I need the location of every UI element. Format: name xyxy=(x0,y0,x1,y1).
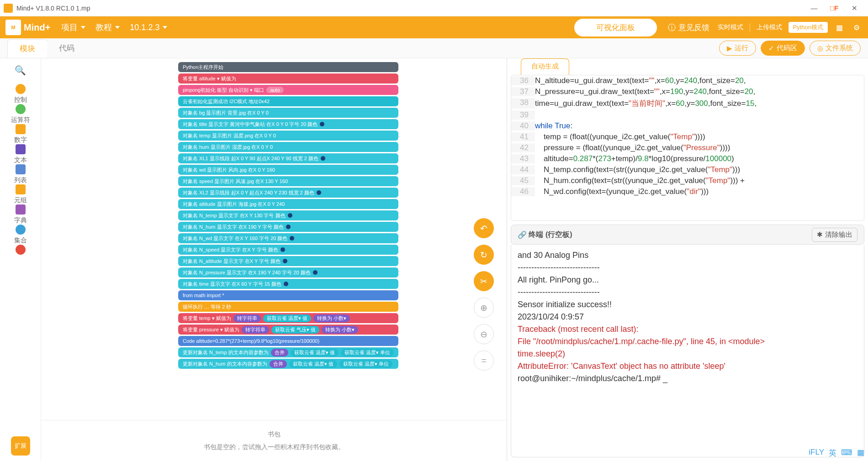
center-button[interactable]: = xyxy=(474,351,494,371)
terminal-line: 2023/10/24 0:9:57 xyxy=(518,311,857,323)
category-7[interactable]: 集合 xyxy=(11,225,30,245)
terminal-line: ------------------------------ xyxy=(518,286,857,299)
terminal-line: ------------------------------ xyxy=(518,262,857,274)
category-label: 文本 xyxy=(14,156,27,164)
app-icon xyxy=(4,4,13,13)
block-10[interactable]: 对象名 speed 显示图片 风速.jpg 在X 130 Y 160 xyxy=(178,176,398,186)
code-line: 41 temp = (float((yunque_i2c.get_value("… xyxy=(511,131,864,142)
menu-tutorial[interactable]: 教程 xyxy=(95,22,120,33)
block-26[interactable]: 更新对象名 N_hum 的文本内容参数为合并获取云雀 温度▾ 值获取云雀 温度▾… xyxy=(178,359,398,369)
category-6[interactable]: 字典 xyxy=(11,204,30,225)
block-17[interactable]: 对象名 N_altitude 显示文字 在X Y 字号 颜色 xyxy=(178,256,398,266)
ifly-icon[interactable]: iFLY xyxy=(809,448,824,458)
block-8[interactable]: 对象名 XL1 显示线段 起X 0 Y 90 起点X 240 Y 90 线宽 2… xyxy=(178,153,398,163)
tab-code[interactable]: 代码 xyxy=(47,39,86,57)
category-8[interactable] xyxy=(11,245,30,257)
block-canvas[interactable]: Python主程序开始将变量 altitude ▾ 赋值为pinpong初始化 … xyxy=(41,58,507,461)
clear-output-button[interactable]: ✱清除输出 xyxy=(812,228,857,242)
terminal-title: 终端 (行空板) xyxy=(529,230,572,240)
code-line: 43 altitude=0.287*(273+temp)/9.8*log10(p… xyxy=(511,153,864,164)
tray-icons: iFLY 英 ⌨ ▦ xyxy=(809,448,864,458)
category-4[interactable]: 列表 xyxy=(11,164,30,184)
block-25[interactable]: 更新对象名 N_temp 的文本内容参数为合并获取云雀 温度▾ 值获取云雀 温度… xyxy=(178,347,398,357)
block-stack[interactable]: Python主程序开始将变量 altitude ▾ 赋值为pinpong初始化 … xyxy=(178,62,398,369)
minimize-button[interactable]: — xyxy=(804,2,824,15)
block-18[interactable]: 对象名 N_pressure 显示文字 在X 190 Y 240 字号 20 颜… xyxy=(178,267,398,278)
category-2[interactable]: 数字 xyxy=(11,124,30,144)
info-icon: ⓘ xyxy=(668,22,676,33)
extension-button[interactable]: 扩展 xyxy=(11,436,30,456)
block-21[interactable]: 循环执行 … 等待 2 秒 xyxy=(178,302,398,312)
apps-icon[interactable]: ▦ xyxy=(857,448,864,458)
zoom-in-button[interactable]: ⊕ xyxy=(474,298,494,318)
code-line: 42 pressure = (float((yunque_i2c.get_val… xyxy=(511,142,864,153)
close-button[interactable]: ✕ xyxy=(844,2,864,15)
block-1[interactable]: 将变量 altitude ▾ 赋值为 xyxy=(178,73,398,84)
block-2[interactable]: pinpong初始化 板型 自动识别 ▾ 端口auto xyxy=(178,85,398,95)
terminal-header: 🔗 终端 (行空板) ✱清除输出 xyxy=(511,225,864,245)
device-icon[interactable]: ▦ xyxy=(833,21,845,33)
category-label: 列表 xyxy=(14,176,27,184)
block-16[interactable]: 对象名 N_speed 显示文字 在X Y 字号 颜色 xyxy=(178,245,398,255)
terminal-line: root@unihiker:~/mindplus/cache/1.mp# _ xyxy=(518,372,857,385)
category-3[interactable]: 文本 xyxy=(11,144,30,164)
search-icon[interactable]: 🔍 xyxy=(15,65,26,76)
block-24[interactable]: Code altitude=0.287*(273+temp)/9.8*log10… xyxy=(178,336,398,346)
category-label: 数字 xyxy=(14,136,27,144)
feedback-button[interactable]: ⓘ意见反馈 xyxy=(668,22,709,33)
block-5[interactable]: 对象名 title 显示文字 黄河中学气象站 在X 0 Y 0 字号 20 颜色 xyxy=(178,119,398,129)
category-icon xyxy=(16,104,26,114)
zoom-out-button[interactable]: ⊖ xyxy=(474,324,494,344)
gear-icon[interactable]: ⚙ xyxy=(851,21,863,33)
keyboard-icon[interactable]: ⌨ xyxy=(841,448,852,458)
maximize-button[interactable]: □F xyxy=(824,2,844,15)
category-0[interactable]: 控制 xyxy=(11,84,30,104)
tab-blocks[interactable]: 模块 xyxy=(7,39,48,58)
category-label: 运算符 xyxy=(11,116,30,124)
code-zone-button[interactable]: ✓代码区 xyxy=(761,41,805,56)
terminal-line: Sensor initialize success!! xyxy=(518,299,857,311)
block-6[interactable]: 对象名 temp 显示图片 温度.png 在X 0 Y 0 xyxy=(178,131,398,141)
category-icon xyxy=(16,84,26,94)
tab-row: 模块 代码 ▶运行 ✓代码区 ◎文件系统 xyxy=(0,38,868,58)
terminal-output[interactable]: and 30 Analog Pins----------------------… xyxy=(511,245,864,457)
ime-icon[interactable]: 英 xyxy=(829,448,836,458)
block-23[interactable]: 将变量 pressure ▾ 赋值为转字符串获取云雀 气压▾ 值转换为 小数▾ xyxy=(178,325,398,335)
block-11[interactable]: 对象名 XL2 显示线段 起X 0 Y 起点X 240 Y 230 线宽 2 颜… xyxy=(178,188,398,198)
mode-realtime[interactable]: 实时模式 xyxy=(718,23,743,31)
visual-panel-button[interactable]: 可视化面板 xyxy=(574,19,657,37)
mode-upload[interactable]: 上传模式 xyxy=(750,23,782,31)
category-icon xyxy=(16,184,26,194)
logo-icon: M xyxy=(5,20,21,35)
category-1[interactable]: 运算符 xyxy=(11,104,30,124)
menu-ip[interactable]: 10.1.2.3 xyxy=(130,23,167,32)
run-button[interactable]: ▶运行 xyxy=(719,41,756,56)
broom-icon: ✱ xyxy=(817,230,823,239)
category-5[interactable]: 元组 xyxy=(11,184,30,204)
block-4[interactable]: 对象名 bg 显示图片 背景.jpg 在X 0 Y 0 xyxy=(178,108,398,118)
menu-project[interactable]: 项目 xyxy=(61,22,85,33)
block-3[interactable]: 云雀初始化监测成功 I2C模式 地址0x42 xyxy=(178,96,398,106)
block-12[interactable]: 对象名 altitude 显示图片 海拔.jpg 在X 0 Y 240 xyxy=(178,199,398,209)
main-area: 🔍 控制运算符数字文本列表元组字典集合 扩展 Python主程序开始将变量 al… xyxy=(0,58,868,461)
block-0[interactable]: Python主程序开始 xyxy=(178,62,398,72)
code-line: 36N_altitude=u_gui.draw_text(text="",x=6… xyxy=(511,75,864,86)
crop-button[interactable]: ✂ xyxy=(474,271,494,291)
filesystem-button[interactable]: ◎文件系统 xyxy=(810,41,861,56)
undo-button[interactable]: ↶ xyxy=(474,218,494,238)
block-9[interactable]: 对象名 wd 显示图片 风向.jpg 在X 0 Y 160 xyxy=(178,165,398,175)
block-22[interactable]: 将变量 temp ▾ 赋值为转字符串获取云雀 温度▾ 值转换为 小数▾ xyxy=(178,313,398,323)
category-column: 🔍 控制运算符数字文本列表元组字典集合 扩展 xyxy=(0,58,41,461)
python-mode-button[interactable]: Python模式 xyxy=(789,22,828,33)
block-14[interactable]: 对象名 N_hum 显示文字 在X 190 Y 字号 颜色 xyxy=(178,222,398,232)
block-19[interactable]: 对象名 time 显示文字 在X 60 Y 字号 15 颜色 xyxy=(178,279,398,289)
block-13[interactable]: 对象名 N_temp 显示文字 在X Y 130 字号 颜色 xyxy=(178,210,398,220)
block-7[interactable]: 对象名 hum 显示图片 湿度.jpg 在X 0 Y 0 xyxy=(178,142,398,152)
terminal-line: Traceback (most recent call last): xyxy=(518,323,857,335)
category-label: 元组 xyxy=(14,196,27,204)
redo-button[interactable]: ↻ xyxy=(474,245,494,265)
code-editor[interactable]: 36N_altitude=u_gui.draw_text(text="",x=6… xyxy=(511,75,864,221)
block-20[interactable]: from math import * xyxy=(178,290,398,300)
tab-auto-generate[interactable]: 自动生成 xyxy=(521,58,569,75)
block-15[interactable]: 对象名 N_wd 显示文字 在X Y 160 字号 20 颜色 xyxy=(178,233,398,243)
